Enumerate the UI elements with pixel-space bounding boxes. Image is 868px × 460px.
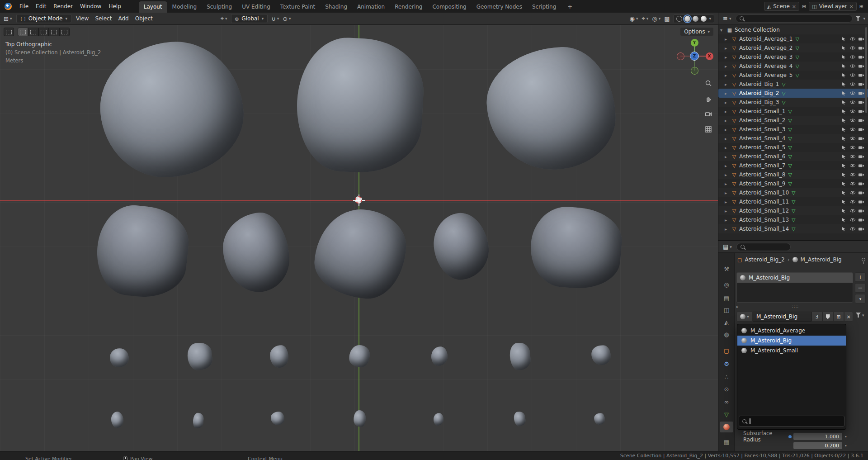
view-layer-selector[interactable]: ◫ ViewLayer × [809, 2, 857, 11]
selectable-icon[interactable] [840, 100, 848, 105]
material-browser-item[interactable]: M_Asteroid_Big [737, 336, 846, 346]
new-material-button[interactable]: ⊞ [833, 312, 844, 322]
scene-name[interactable]: Scene [773, 3, 790, 9]
expand-icon[interactable]: ▸ [725, 46, 731, 51]
asteroid-object[interactable] [509, 342, 531, 371]
selectable-icon[interactable] [840, 109, 848, 114]
outliner-item[interactable]: ▸▽Asteroid_Small_4▽ [718, 134, 868, 143]
properties-tab-texture[interactable]: ▦ [720, 436, 733, 447]
outliner-item[interactable]: ▸▽Asteroid_Average_1▽ [718, 34, 868, 43]
shading-solid-button[interactable] [684, 16, 690, 22]
selectable-icon[interactable] [840, 55, 848, 60]
hide-viewport-icon[interactable] [848, 154, 857, 159]
orientation-dropdown[interactable]: ◍ Global ▾ [231, 14, 268, 23]
expand-icon[interactable]: ▸ [725, 118, 731, 123]
expand-icon[interactable]: ▸ [725, 55, 731, 60]
hide-viewport-icon[interactable] [848, 55, 857, 59]
material-browser-item[interactable]: M_Asteroid_Small [737, 346, 846, 356]
outliner-filter-dropdown-icon[interactable]: ▾ [863, 16, 865, 21]
hide-viewport-icon[interactable] [848, 118, 857, 123]
properties-search-input[interactable] [736, 243, 791, 251]
asteroid-object[interactable] [353, 410, 367, 428]
select-mode-subtract-button[interactable] [38, 28, 49, 36]
asteroid-object[interactable] [293, 35, 426, 175]
expand-icon[interactable]: ▸ [725, 190, 731, 195]
workspace-tab-rendering[interactable]: Rendering [390, 1, 427, 13]
gizmo-x-negative[interactable] [677, 52, 684, 60]
shading-wireframe-button[interactable] [676, 16, 682, 22]
hide-viewport-icon[interactable] [848, 227, 857, 231]
selectable-icon[interactable] [840, 136, 848, 141]
object-name[interactable]: Asteroid_Small_11 [739, 199, 789, 205]
viewport-3d[interactable]: Options ▾ Top Orthographic (0) Scene Col… [0, 25, 718, 451]
zoom-icon[interactable] [703, 78, 713, 88]
hide-render-icon[interactable] [857, 190, 865, 195]
hide-viewport-icon[interactable] [848, 181, 857, 186]
browse-material-button[interactable]: ▾ [736, 312, 753, 322]
hide-viewport-icon[interactable] [848, 190, 857, 195]
object-name[interactable]: Asteroid_Small_4 [739, 135, 785, 142]
selectable-icon[interactable] [840, 218, 848, 223]
collection-name[interactable]: Scene Collection [735, 27, 780, 33]
object-name[interactable]: Asteroid_Small_5 [739, 144, 785, 151]
asteroid-object[interactable] [513, 411, 526, 427]
hide-render-icon[interactable] [857, 172, 865, 177]
asteroid-object[interactable] [186, 341, 213, 371]
object-name[interactable]: Asteroid_Average_2 [739, 45, 793, 51]
hide-render-icon[interactable] [857, 127, 865, 132]
outliner-collection-row[interactable]: ▾▦Scene Collection [718, 25, 868, 34]
hide-viewport-icon[interactable] [848, 209, 857, 213]
selectable-icon[interactable] [840, 172, 848, 177]
outliner-item[interactable]: ▸▽Asteroid_Small_6▽ [718, 152, 868, 161]
workspace-tab-geometry-nodes[interactable]: Geometry Nodes [472, 1, 527, 13]
object-name[interactable]: Asteroid_Small_13 [739, 217, 789, 223]
snap-magnet-button[interactable]: ∪▾ [271, 15, 279, 22]
properties-tab-constraints[interactable]: ∞ [720, 396, 733, 407]
mode-dropdown[interactable]: ▢ Object Mode ▾ [16, 14, 71, 23]
hide-render-icon[interactable] [857, 46, 865, 50]
hide-viewport-icon[interactable] [848, 218, 857, 222]
hide-render-icon[interactable] [857, 199, 865, 204]
object-name[interactable]: Asteroid_Small_3 [739, 126, 785, 133]
expand-icon[interactable]: ▸ [725, 218, 731, 223]
object-name[interactable]: Asteroid_Big_3 [739, 99, 779, 105]
material-browser-item[interactable]: M_Asteroid_Average [737, 326, 846, 336]
selectable-icon[interactable] [840, 118, 848, 123]
object-name[interactable]: Asteroid_Small_6 [739, 153, 785, 160]
gizmo-x-axis[interactable]: X [706, 52, 713, 60]
selectable-icon[interactable] [840, 154, 848, 159]
active-tool-button[interactable] [4, 28, 14, 36]
outliner-item[interactable]: ▸▽Asteroid_Small_9▽ [718, 179, 868, 188]
asteroid-object[interactable] [108, 347, 131, 369]
proportional-edit-button[interactable]: ⊙▾ [283, 15, 291, 22]
menu-edit[interactable]: Edit [33, 1, 49, 11]
menu-render[interactable]: Render [50, 1, 76, 11]
hide-render-icon[interactable] [857, 73, 865, 77]
select-mode-intersect-button[interactable] [59, 28, 70, 36]
outliner-search-input[interactable] [736, 14, 853, 23]
properties-tab-output[interactable]: ▤ [720, 293, 733, 304]
shading-dropdown-icon[interactable]: ▾ [709, 16, 711, 21]
hide-render-icon[interactable] [857, 181, 865, 186]
hide-viewport-icon[interactable] [848, 145, 857, 150]
blender-logo-icon[interactable] [5, 3, 12, 10]
hide-render-icon[interactable] [857, 64, 865, 68]
hide-viewport-icon[interactable] [848, 199, 857, 204]
selectable-icon[interactable] [840, 163, 848, 168]
asteroid-object[interactable] [192, 413, 204, 429]
navigation-gizmo[interactable]: Y X Z [673, 35, 716, 78]
material-slot-row[interactable]: M_Asteroid_Big [737, 273, 853, 283]
asteroid-object[interactable] [429, 209, 492, 283]
selectable-icon[interactable] [840, 190, 848, 195]
subsurface-radius-slider[interactable]: 1.000 [793, 433, 842, 440]
outliner-scrollbar[interactable] [865, 27, 867, 113]
gizmo-y-negative[interactable] [691, 67, 698, 75]
unlink-scene-icon[interactable]: × [792, 4, 796, 9]
hide-viewport-icon[interactable] [848, 64, 857, 68]
properties-tab-scene[interactable]: ◭ [720, 317, 733, 327]
object-name[interactable]: Asteroid_Average_4 [739, 63, 793, 69]
properties-editor-type-button[interactable]: ▤▾ [721, 242, 734, 251]
camera-view-icon[interactable] [703, 109, 713, 119]
viewport-menu-add[interactable]: Add [118, 15, 128, 22]
workspace-tab-uv-editing[interactable]: UV Editing [237, 1, 275, 13]
